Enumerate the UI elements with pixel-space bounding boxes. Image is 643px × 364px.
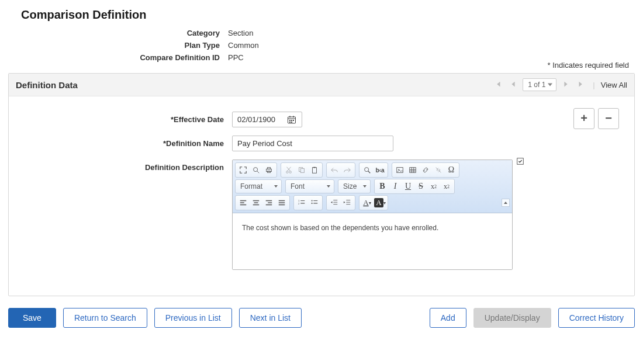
superscript-button[interactable]: x2 xyxy=(440,181,453,192)
save-button[interactable]: Save xyxy=(8,308,56,328)
definition-data-panel: Definition Data 1 of 1 | View All + − xyxy=(8,73,635,296)
view-all-link[interactable]: View All xyxy=(601,81,627,89)
rte-body[interactable]: The cost shown is based on the dependent… xyxy=(233,213,512,269)
rte-toolbar: b‹a Ω Fo xyxy=(233,160,512,213)
svg-point-17 xyxy=(289,171,292,174)
last-page-button[interactable] xyxy=(575,80,587,90)
svg-rect-14 xyxy=(267,168,270,169)
svg-point-51 xyxy=(312,203,313,204)
svg-line-11 xyxy=(257,171,260,174)
next-page-button[interactable] xyxy=(560,80,572,90)
svg-rect-21 xyxy=(300,168,304,172)
bullet-list-icon[interactable] xyxy=(308,197,321,209)
pager-separator: | xyxy=(593,81,594,89)
prev-page-button[interactable] xyxy=(507,80,519,90)
action-bar: Save Return to Search Previous in List N… xyxy=(8,308,635,328)
previous-in-list-button[interactable]: Previous in List xyxy=(154,308,232,328)
align-center-icon[interactable] xyxy=(250,197,262,209)
pager-select[interactable]: 1 of 1 xyxy=(523,78,556,91)
definition-name-input[interactable] xyxy=(232,136,393,151)
svg-rect-28 xyxy=(410,168,416,173)
delete-row-button[interactable]: − xyxy=(598,108,619,129)
numbered-list-icon[interactable]: 12 xyxy=(295,197,308,209)
indent-icon[interactable] xyxy=(341,197,354,209)
svg-point-24 xyxy=(365,168,369,172)
preview-icon[interactable] xyxy=(250,164,262,176)
category-value: Section xyxy=(228,29,253,37)
special-char-icon[interactable]: Ω xyxy=(445,164,458,176)
redo-icon[interactable] xyxy=(341,164,354,176)
svg-rect-23 xyxy=(313,167,316,168)
add-row-button[interactable]: + xyxy=(573,108,594,129)
pager: 1 of 1 | View All xyxy=(492,78,627,91)
svg-point-16 xyxy=(286,171,289,174)
format-select[interactable]: Format xyxy=(235,179,282,193)
collapse-toolbar-icon[interactable] xyxy=(502,199,510,207)
outdent-icon[interactable] xyxy=(328,197,341,209)
plan-type-value: Common xyxy=(228,41,259,50)
plan-type-label: Plan Type xyxy=(6,41,228,50)
size-select[interactable]: Size xyxy=(338,179,371,193)
update-display-button[interactable]: Update/Display xyxy=(473,308,551,328)
category-label: Category xyxy=(6,29,228,37)
text-color-icon[interactable]: A▾ xyxy=(361,197,374,209)
align-justify-icon[interactable] xyxy=(275,197,288,209)
definition-name-label: *Definition Name xyxy=(24,136,232,148)
maximize-icon[interactable] xyxy=(237,164,250,176)
print-icon[interactable] xyxy=(262,164,275,176)
font-select[interactable]: Font xyxy=(285,179,334,193)
image-icon[interactable] xyxy=(393,164,406,176)
svg-point-50 xyxy=(312,200,313,201)
first-page-button[interactable] xyxy=(492,80,504,90)
compare-def-id-value: PPC xyxy=(228,53,244,62)
undo-icon[interactable] xyxy=(328,164,341,176)
svg-point-10 xyxy=(254,168,258,172)
cut-icon[interactable] xyxy=(282,164,295,176)
popout-icon[interactable] xyxy=(516,157,524,167)
bg-color-icon[interactable]: A▾ xyxy=(374,197,386,209)
align-left-icon[interactable] xyxy=(237,197,250,209)
italic-button[interactable]: I xyxy=(389,181,402,192)
required-note: * Indicates required field xyxy=(6,61,629,70)
bold-button[interactable]: B xyxy=(376,181,389,192)
panel-body: + − *Effective Date *Definition Name Def… xyxy=(9,96,634,296)
svg-line-25 xyxy=(368,171,371,174)
row-controls: + − xyxy=(573,108,619,129)
return-to-search-button[interactable]: Return to Search xyxy=(63,308,147,328)
subscript-button[interactable]: x2 xyxy=(427,181,440,192)
compare-def-id-label: Compare Definition ID xyxy=(6,53,228,62)
underline-button[interactable]: U xyxy=(402,181,414,192)
svg-line-19 xyxy=(287,167,291,171)
rich-text-editor: b‹a Ω Fo xyxy=(232,160,513,270)
panel-header: Definition Data 1 of 1 | View All xyxy=(9,74,634,96)
effective-date-label: *Effective Date xyxy=(24,112,232,124)
link-icon[interactable] xyxy=(419,164,432,176)
svg-rect-22 xyxy=(313,168,317,174)
next-in-list-button[interactable]: Next in List xyxy=(239,308,302,328)
copy-icon[interactable] xyxy=(295,164,308,176)
page-title: Comparison Definition xyxy=(21,8,637,22)
align-right-icon[interactable] xyxy=(262,197,275,209)
svg-line-18 xyxy=(287,167,291,171)
correct-history-button[interactable]: Correct History xyxy=(558,308,635,328)
paste-icon[interactable] xyxy=(308,164,321,176)
definition-desc-label: Definition Description xyxy=(24,160,232,172)
effective-date-input[interactable] xyxy=(232,112,302,127)
table-icon[interactable] xyxy=(406,164,419,176)
add-button[interactable]: Add xyxy=(430,308,466,328)
strike-button[interactable]: S xyxy=(414,181,427,192)
unlink-icon[interactable] xyxy=(432,164,445,176)
find-icon[interactable] xyxy=(361,164,374,176)
header-fields: Category Section Plan Type Common Compar… xyxy=(6,29,637,62)
panel-title: Definition Data xyxy=(16,80,78,90)
replace-icon[interactable]: b‹a xyxy=(374,164,386,176)
svg-text:2: 2 xyxy=(298,202,300,205)
